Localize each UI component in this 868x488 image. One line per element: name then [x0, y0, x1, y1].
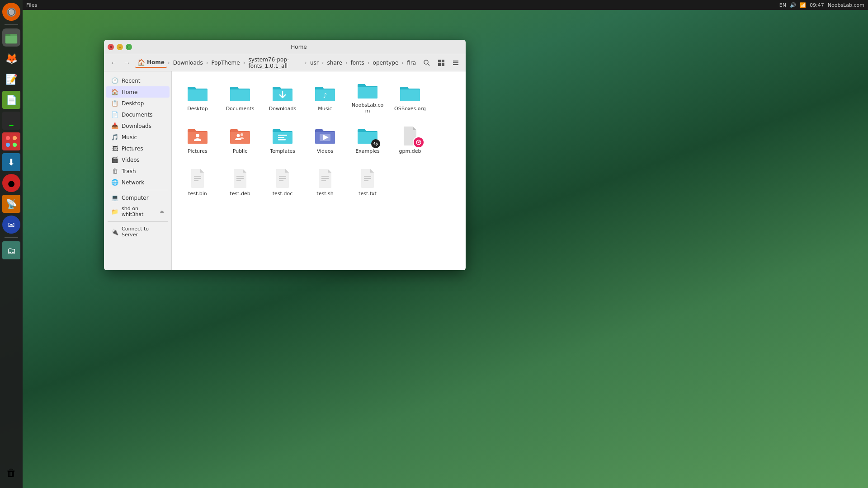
breadcrumb-downloads[interactable]: Downloads: [170, 59, 206, 67]
search-button[interactable]: [420, 56, 433, 69]
sidebar-item-desktop[interactable]: 📋 Desktop: [106, 98, 170, 109]
breadcrumb-opentype[interactable]: opentype: [370, 59, 401, 67]
downloads-icon: 📥: [111, 122, 118, 129]
svg-point-3: [6, 136, 10, 140]
file-item-test-sh[interactable]: test.sh: [305, 162, 345, 202]
file-item-noobslab[interactable]: NoobsLab.com: [347, 77, 388, 117]
breadcrumb-home[interactable]: 🏠 Home: [135, 58, 167, 68]
file-label-templates: Templates: [270, 148, 295, 154]
file-icon-test-sh: [314, 167, 336, 189]
close-button[interactable]: ×: [108, 44, 114, 50]
sidebar-item-music[interactable]: 🎵 Music: [106, 131, 170, 143]
file-item-examples[interactable]: Examples: [347, 119, 388, 160]
sidebar-item-pictures[interactable]: 🖼 Pictures: [106, 143, 170, 154]
sidebar-label-network: Network: [122, 179, 144, 186]
sidebar-item-home[interactable]: 🏠 Home: [106, 86, 170, 98]
breadcrumb-sep-1: ›: [167, 60, 170, 66]
file-item-templates[interactable]: Templates: [262, 119, 303, 160]
svg-rect-11: [438, 63, 441, 66]
breadcrumb-poptheme[interactable]: PopTheme: [208, 59, 242, 67]
taskbar-texteditor[interactable]: 📝: [2, 70, 20, 88]
file-item-pictures[interactable]: Pictures: [177, 119, 218, 160]
taskbar-script[interactable]: _: [2, 112, 20, 130]
file-label-desktop: Desktop: [187, 106, 208, 112]
topbar-volume-icon[interactable]: 🔊: [790, 2, 796, 8]
file-item-documents[interactable]: Documents: [220, 77, 260, 117]
file-label-videos: Videos: [317, 148, 334, 154]
sidebar-label-documents: Documents: [122, 112, 152, 118]
toolbar-right: [420, 56, 462, 69]
file-item-gpm-deb[interactable]: gpm.deb: [390, 119, 430, 160]
sidebar-item-computer[interactable]: 💻 Computer: [106, 192, 170, 203]
sidebar-item-documents[interactable]: 📄 Documents: [106, 109, 170, 120]
file-item-public[interactable]: Public: [220, 119, 260, 160]
content-area: 🕐 Recent 🏠 Home 📋 Desktop 📄 Documents 📥 …: [104, 71, 466, 270]
sidebar-item-shd[interactable]: 📁 shd on whit3hat ⏏: [106, 203, 170, 220]
taskbar-rss[interactable]: 📡: [2, 195, 20, 213]
sidebar-item-trash[interactable]: 🗑 Trash: [106, 165, 170, 177]
file-item-test-txt[interactable]: test.txt: [347, 162, 388, 202]
eject-btn[interactable]: ⏏: [160, 209, 164, 214]
file-label-public: Public: [233, 148, 248, 154]
sidebar-label-videos: Videos: [122, 157, 140, 163]
sidebar-item-connect[interactable]: 🔌 Connect to Server: [106, 224, 170, 240]
breadcrumb-fira[interactable]: fira: [404, 59, 419, 67]
taskbar-trash[interactable]: 🗑: [2, 464, 20, 482]
menu-button[interactable]: [449, 56, 462, 69]
file-item-videos[interactable]: Videos: [305, 119, 345, 160]
svg-rect-14: [453, 62, 458, 63]
breadcrumb-fonts[interactable]: fonts: [348, 59, 367, 67]
forward-button[interactable]: →: [121, 57, 133, 69]
taskbar-files[interactable]: [2, 28, 20, 47]
topbar-files-label[interactable]: Files: [26, 2, 37, 8]
taskbar-download[interactable]: ⬇: [2, 153, 20, 171]
sidebar-label-music: Music: [122, 134, 137, 141]
folder-icon-documents: [229, 82, 251, 104]
svg-rect-13: [453, 61, 458, 61]
back-button[interactable]: ←: [108, 57, 119, 69]
breadcrumb-share[interactable]: share: [325, 59, 345, 67]
taskbar-windowmgr[interactable]: 🗂: [2, 241, 20, 259]
topbar-noobslab[interactable]: NoobsLab.com: [828, 2, 864, 8]
svg-point-5: [6, 143, 10, 147]
file-label-examples: Examples: [355, 148, 379, 154]
taskbar-notes[interactable]: 📄: [2, 91, 20, 109]
sidebar-item-recent[interactable]: 🕐 Recent: [106, 75, 170, 86]
taskbar-divider-1: [5, 24, 18, 25]
file-item-osboxes[interactable]: OSBoxes.org: [390, 77, 430, 117]
minimize-button[interactable]: −: [117, 44, 123, 50]
file-item-test-deb[interactable]: test.deb: [220, 162, 260, 202]
breadcrumb-system76[interactable]: system76-pop-fonts_1.0.1_all: [245, 56, 304, 70]
file-icon-gpm-deb: [399, 125, 421, 146]
sidebar-item-network[interactable]: 🌐 Network: [106, 177, 170, 188]
file-icon-test-deb: [229, 167, 251, 189]
file-label-music: Music: [318, 106, 332, 112]
file-label-downloads: Downloads: [269, 106, 296, 112]
maximize-button[interactable]: □: [126, 44, 132, 50]
file-item-desktop[interactable]: Desktop: [177, 77, 218, 117]
file-item-downloads[interactable]: Downloads: [262, 77, 303, 117]
sidebar-label-computer: Computer: [122, 195, 149, 201]
view-toggle-button[interactable]: [435, 56, 448, 69]
file-item-music[interactable]: ♪ Music: [305, 77, 345, 117]
breadcrumb-usr[interactable]: usr: [307, 59, 321, 67]
taskbar-apps[interactable]: [2, 132, 20, 150]
topbar-lang[interactable]: EN: [779, 2, 786, 8]
svg-rect-21: [278, 137, 284, 138]
file-item-test-doc[interactable]: test.doc: [262, 162, 303, 202]
taskbar-firefox[interactable]: 🦊: [2, 49, 20, 67]
taskbar-ubuntu[interactable]: 🔘: [2, 3, 20, 21]
folder-icon-desktop: [187, 82, 208, 104]
sidebar-item-downloads[interactable]: 📥 Downloads: [106, 120, 170, 131]
taskbar-mail[interactable]: ✉: [2, 216, 20, 234]
sidebar-item-videos[interactable]: 🎬 Videos: [106, 154, 170, 165]
topbar-network-icon[interactable]: 📶: [800, 2, 806, 8]
file-icon-test-txt: [357, 167, 378, 189]
recent-icon: 🕐: [111, 77, 118, 84]
network-icon: 🌐: [111, 179, 118, 186]
file-label-documents: Documents: [226, 106, 255, 112]
breadcrumb-sep-2: ›: [206, 60, 209, 66]
file-label-pictures: Pictures: [188, 148, 208, 154]
taskbar-unknown[interactable]: ●: [2, 174, 20, 192]
file-item-test-bin[interactable]: test.bin: [177, 162, 218, 202]
